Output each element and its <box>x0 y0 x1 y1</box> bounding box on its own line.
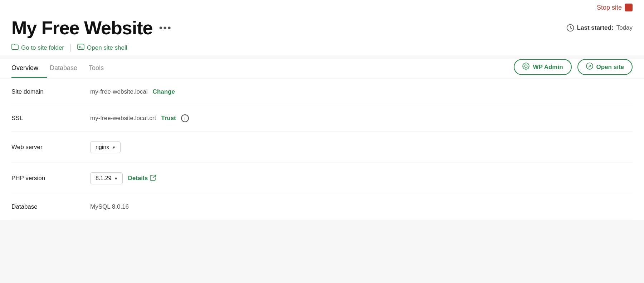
php-version-row: PHP version 8.1.29 ▾ Details <box>11 163 633 194</box>
open-site-label: Open site <box>596 64 624 71</box>
svg-rect-1 <box>78 44 84 50</box>
web-server-value: nginx ▾ <box>90 141 121 153</box>
stop-site-icon <box>625 4 633 11</box>
site-domain-label: Site domain <box>11 88 90 95</box>
site-title: My Free Website <box>11 17 152 39</box>
content-section: Site domain my-free-website.local Change… <box>0 79 644 220</box>
title-left: My Free Website ••• <box>11 17 172 39</box>
header-section: My Free Website ••• Last started: Today … <box>0 14 644 55</box>
site-domain-text: my-free-website.local <box>90 88 148 95</box>
open-site-button[interactable]: Open site <box>577 59 633 75</box>
ssl-value: my-free-website.local.crt Trust i <box>90 114 189 122</box>
more-options-icon[interactable]: ••• <box>159 22 171 34</box>
web-server-row: Web server nginx ▾ <box>11 132 633 163</box>
ssl-cert-text: my-free-website.local.crt <box>90 115 156 122</box>
action-links: Go to site folder Open site shell <box>11 39 633 55</box>
php-details-button[interactable]: Details <box>128 175 156 182</box>
trust-button[interactable]: Trust <box>161 115 176 122</box>
open-site-icon <box>586 63 593 71</box>
wordpress-icon <box>522 63 530 71</box>
details-label: Details <box>128 175 148 182</box>
ssl-row: SSL my-free-website.local.crt Trust i <box>11 105 633 132</box>
last-started-prefix: Last started: <box>577 24 614 31</box>
database-text: MySQL 8.0.16 <box>90 203 129 210</box>
open-site-shell-label: Open site shell <box>87 44 127 51</box>
php-version-label: PHP version <box>11 175 90 182</box>
web-server-label: Web server <box>11 144 90 151</box>
ssl-label: SSL <box>11 115 90 122</box>
site-domain-row: Site domain my-free-website.local Change <box>11 79 633 105</box>
wp-admin-label: WP Admin <box>533 64 563 71</box>
tabs: Overview Database Tools <box>11 60 115 78</box>
top-bar: Stop site <box>0 0 644 14</box>
go-to-folder-label: Go to site folder <box>21 44 64 51</box>
database-row: Database MySQL 8.0.16 <box>11 194 633 220</box>
folder-icon <box>11 44 19 52</box>
wp-admin-button[interactable]: WP Admin <box>514 59 571 75</box>
open-site-shell-button[interactable]: Open site shell <box>77 44 127 52</box>
web-server-selected: nginx <box>96 144 109 150</box>
last-started: Last started: Today <box>566 24 633 32</box>
action-divider <box>70 44 71 52</box>
chevron-down-icon: ▾ <box>115 176 117 181</box>
change-domain-button[interactable]: Change <box>153 88 175 95</box>
go-to-folder-button[interactable]: Go to site folder <box>11 44 64 52</box>
tabs-section: Overview Database Tools WP Admin <box>0 59 644 79</box>
php-version-dropdown[interactable]: 8.1.29 ▾ <box>90 172 123 184</box>
tab-database[interactable]: Database <box>50 60 86 78</box>
shell-icon <box>77 44 84 52</box>
chevron-down-icon: ▾ <box>113 145 115 150</box>
ssl-info-icon[interactable]: i <box>181 114 189 122</box>
last-started-value: Today <box>616 24 633 31</box>
stop-site-button[interactable]: Stop site <box>597 4 633 11</box>
php-version-value: 8.1.29 ▾ Details <box>90 172 156 184</box>
tab-overview[interactable]: Overview <box>11 60 47 78</box>
title-row: My Free Website ••• Last started: Today <box>11 14 633 39</box>
web-server-dropdown[interactable]: nginx ▾ <box>90 141 121 153</box>
clock-icon <box>566 24 574 32</box>
database-value: MySQL 8.0.16 <box>90 203 129 210</box>
external-link-icon <box>150 175 156 182</box>
tab-tools[interactable]: Tools <box>89 60 112 78</box>
stop-site-label: Stop site <box>597 4 622 11</box>
tab-actions: WP Admin Open site <box>514 59 633 79</box>
svg-line-10 <box>153 175 156 178</box>
database-label: Database <box>11 203 90 210</box>
php-version-selected: 8.1.29 <box>96 175 111 182</box>
svg-point-4 <box>525 65 527 68</box>
site-domain-value: my-free-website.local Change <box>90 88 175 95</box>
